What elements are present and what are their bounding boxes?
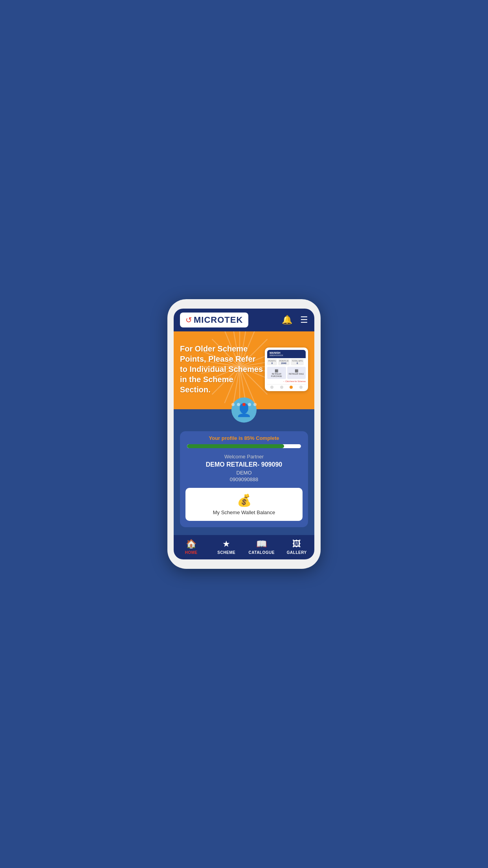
nav-gallery[interactable]: 🖼 GALLERY — [283, 539, 310, 555]
grid-retailer-sale: ▦ RETAILER SALE — [287, 367, 306, 379]
bell-icon[interactable]: 🔔 — [282, 315, 292, 325]
nav-gallery-label: GALLERY — [287, 550, 307, 555]
retailer-id: DEMO — [185, 470, 303, 476]
phone-frame: ↺ MICROTEK 🔔 ☰ — [167, 299, 321, 569]
nav-home-label: HOME — [185, 550, 198, 555]
banner-text: For Older Scheme Points, Please Refer to… — [180, 344, 265, 395]
mockup-footer — [267, 384, 306, 389]
nav-catalogue[interactable]: 📖 CATALOGUE — [248, 539, 275, 555]
mockup-card: MANISH 0000XXXXXXX POINTS 0 POINTS B 204… — [265, 348, 308, 391]
mockup-stats: POINTS 0 POINTS B 2040 TOTAL MTS 0 — [267, 359, 306, 365]
dot-3-active — [242, 403, 246, 406]
profile-section: 👤 Your profile is 85% Complete Welcome P… — [174, 409, 314, 535]
nav-scheme-label: SCHEME — [217, 550, 235, 555]
retailer-phone: 0909090888 — [185, 476, 303, 482]
profile-info: Your profile is 85% Complete Welcome Par… — [185, 431, 303, 482]
app-header: ↺ MICROTEK 🔔 ☰ — [174, 309, 314, 331]
wallet-icon: 💰 — [191, 493, 297, 507]
mockup-header: MANISH 0000XXXXXXX — [267, 350, 306, 358]
dot-2 — [237, 403, 240, 406]
logo-box: ↺ MICROTEK — [180, 313, 248, 327]
gallery-icon: 🖼 — [292, 539, 301, 549]
dot-1 — [231, 403, 235, 406]
bottom-nav: 🏠 HOME ★ SCHEME 📖 CATALOGUE 🖼 GALLERY — [174, 535, 314, 559]
profile-card: Your profile is 85% Complete Welcome Par… — [180, 431, 308, 527]
dot-5 — [253, 403, 257, 406]
grid-retailer-purchase: ▦ RETAILER PURCHASE — [267, 367, 286, 379]
mockup-name: MANISH — [270, 351, 283, 354]
catalogue-icon: 📖 — [256, 539, 267, 549]
retailer-name: DEMO RETAILER- 909090 — [185, 461, 303, 468]
nav-home[interactable]: 🏠 HOME — [178, 539, 205, 555]
banner-pagination-dots — [231, 403, 257, 406]
menu-icon[interactable]: ☰ — [300, 315, 308, 325]
nav-catalogue-label: CATALOGUE — [249, 550, 275, 555]
dot-4 — [248, 403, 251, 406]
mockup-grid: ▦ RETAILER PURCHASE ▦ RETAILER SALE — [267, 367, 306, 379]
avatar-wrapper: 👤 — [180, 397, 308, 423]
logo-arrow-icon: ↺ — [185, 315, 192, 325]
logo-text: MICROTEK — [194, 315, 243, 325]
phone-screen: ↺ MICROTEK 🔔 ☰ — [174, 309, 314, 559]
mockup-number: 0000XXXXXXX — [270, 354, 283, 357]
stat-points-b: POINTS B 2040 — [278, 359, 290, 365]
scheme-icon: ★ — [222, 539, 230, 549]
click-schemes-label: ← Click here for Schemes — [267, 380, 306, 383]
progress-bar — [187, 444, 301, 448]
nav-scheme[interactable]: ★ SCHEME — [213, 539, 240, 555]
stat-total-mts: TOTAL MTS 0 — [291, 359, 304, 365]
profile-complete-text: Your profile is 85% Complete — [185, 435, 303, 441]
banner-message: For Older Scheme Points, Please Refer to… — [180, 344, 265, 395]
home-icon: 🏠 — [186, 539, 196, 549]
progress-fill — [187, 444, 284, 448]
banner-mockup: MANISH 0000XXXXXXX POINTS 0 POINTS B 204… — [265, 348, 308, 391]
stat-points: POINTS 0 — [267, 359, 277, 365]
welcome-text: Welcome Partner — [185, 454, 303, 460]
avatar: 👤 — [231, 397, 257, 423]
wallet-label: My Scheme Wallet Balance — [191, 509, 297, 515]
header-icons: 🔔 ☰ — [282, 315, 308, 325]
wallet-card[interactable]: 💰 My Scheme Wallet Balance — [185, 488, 303, 521]
